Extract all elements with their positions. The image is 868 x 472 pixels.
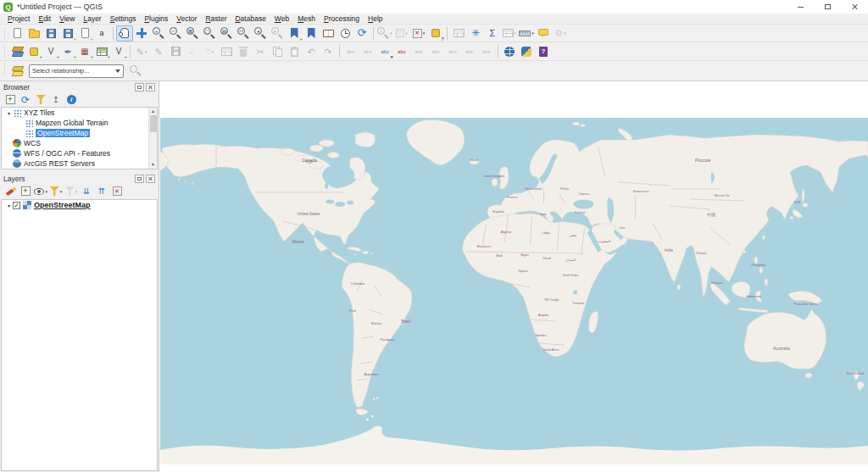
open-project-button[interactable] xyxy=(25,25,42,42)
menu-raster[interactable]: Raster xyxy=(201,14,231,23)
layer-item-openstreetmap[interactable]: ▾✓OpenStreetMap xyxy=(2,200,157,210)
python-console-button[interactable] xyxy=(518,43,535,59)
temporal-controller-button[interactable] xyxy=(337,25,353,42)
new-spatial-bookmark-button[interactable]: + xyxy=(286,25,303,42)
expander-icon[interactable]: ▾ xyxy=(5,203,13,208)
qgis-logo-icon: Q xyxy=(3,3,13,12)
browser-item-openstreetmap[interactable]: OpenStreetMap xyxy=(2,128,157,138)
map-label: New Zealand xyxy=(847,372,865,375)
close-button[interactable] xyxy=(841,0,868,14)
scrollbar-thumb[interactable] xyxy=(150,115,157,132)
toolbar-grip[interactable] xyxy=(3,27,6,39)
refresh-map-button[interactable]: ⟳ xyxy=(353,25,370,42)
browser-item-wcs[interactable]: WCS xyxy=(2,138,157,148)
collapse-all-layers-button[interactable]: ⇈ xyxy=(94,185,109,198)
pan-to-selection-button[interactable] xyxy=(133,25,150,42)
select-by-form-button[interactable]: ? xyxy=(427,25,444,42)
world-map[interactable]: CanadaUnited StatesMexicoColombiaPerúBol… xyxy=(160,118,868,464)
menu-help[interactable]: Help xyxy=(364,14,387,23)
measure-button[interactable]: ▾ xyxy=(518,25,535,42)
collapse-all-button[interactable]: ↥ xyxy=(48,93,64,107)
menu-database[interactable]: Database xyxy=(231,14,270,23)
open-data-source-manager-button[interactable] xyxy=(8,43,25,59)
zoom-full-extent-button[interactable]: ⊞ xyxy=(184,25,201,42)
browser-item-arcgis-rest-servers[interactable]: ArcGIS REST Servers xyxy=(2,158,157,169)
menu-layer[interactable]: Layer xyxy=(79,14,105,23)
menu-view[interactable]: View xyxy=(55,14,79,23)
refresh-browser-button[interactable]: ⟳ xyxy=(18,93,33,107)
browser-float-button[interactable] xyxy=(135,83,144,92)
new-print-layout-button[interactable]: + xyxy=(76,25,93,42)
restore-button[interactable] xyxy=(814,0,841,14)
add-group-button[interactable]: + xyxy=(18,185,33,198)
manage-map-themes-button[interactable]: ▾ xyxy=(33,185,48,198)
map-canvas[interactable]: CanadaUnited StatesMexicoColombiaPerúBol… xyxy=(160,81,868,472)
zoom-out-button[interactable]: − xyxy=(167,25,184,42)
menu-project[interactable]: Project xyxy=(3,14,34,23)
deselect-features-button[interactable]: ✕▾ xyxy=(410,25,427,42)
processing-toolbox-button[interactable]: ✳ xyxy=(467,25,484,42)
metasearch-button[interactable] xyxy=(501,43,518,59)
open-data-source-manager-icon xyxy=(11,46,23,57)
browser-scrollbar[interactable]: ▲ ▼ xyxy=(148,108,157,169)
toolbar-grip[interactable] xyxy=(3,46,6,58)
relationship-layers-icon[interactable] xyxy=(8,63,25,79)
zoom-to-layer-button[interactable]: ▤ xyxy=(218,25,235,42)
cut-features-button: ✂ xyxy=(252,43,269,59)
expand-all-layers-button[interactable]: ⇊ xyxy=(79,185,94,198)
new-geopackage-layer-button[interactable]: + xyxy=(25,43,42,59)
show-style-manager-button[interactable]: a xyxy=(93,25,110,42)
layers-float-button[interactable] xyxy=(135,175,144,183)
annotation-tools-icon: ⚙ xyxy=(554,29,563,37)
browser-item-wfs-ogc-api-features[interactable]: WFS / OGC API - Features xyxy=(2,148,157,158)
add-selected-layers-button[interactable]: + xyxy=(3,93,18,107)
new-virtual-layer-button[interactable]: V+ xyxy=(110,43,127,59)
help-contents-button[interactable]: ? xyxy=(535,43,552,59)
zoom-in-button[interactable]: + xyxy=(150,25,167,42)
minimize-button[interactable] xyxy=(787,0,814,14)
menu-mesh[interactable]: Mesh xyxy=(293,14,320,23)
browser-close-button[interactable] xyxy=(146,83,155,92)
menu-plugins[interactable]: Plugins xyxy=(140,14,172,23)
menu-edit[interactable]: Edit xyxy=(34,14,55,23)
expander-icon[interactable]: ▾ xyxy=(5,110,13,116)
browser-toolbar: +⟳↥i xyxy=(0,92,159,107)
map-tips-button[interactable] xyxy=(535,25,552,42)
browser-properties-button[interactable]: i xyxy=(64,93,79,107)
new-shapefile-layer-button[interactable]: V+ xyxy=(42,43,59,59)
zoom-to-selection-button[interactable]: ▢ xyxy=(201,25,218,42)
toolbar-grip[interactable] xyxy=(3,63,6,75)
map-label: Niger xyxy=(520,253,529,258)
save-project-icon xyxy=(47,29,56,38)
menu-web[interactable]: Web xyxy=(270,14,293,23)
save-project-as-button[interactable]: + xyxy=(59,25,76,42)
pin-unpin-labels-button[interactable]: abc● xyxy=(376,43,393,59)
relationship-select[interactable]: Select relationship... xyxy=(29,64,124,78)
zoom-to-layer-icon: ▤ xyxy=(220,27,232,39)
show-bookmark-manager-button[interactable] xyxy=(320,25,337,42)
zoom-native-resolution-button[interactable]: 1:1 xyxy=(235,25,252,42)
pan-map-button[interactable] xyxy=(116,25,133,42)
new-spatialite-layer-button[interactable]: ✒+ xyxy=(59,43,76,59)
menu-vector[interactable]: Vector xyxy=(172,14,201,23)
open-layer-styling-panel-button[interactable] xyxy=(3,185,18,198)
zoom-last-button[interactable]: ◂ xyxy=(252,25,269,42)
remove-layer-button[interactable]: ✕ xyxy=(109,185,125,198)
menu-processing[interactable]: Processing xyxy=(320,14,364,23)
menu-settings[interactable]: Settings xyxy=(106,14,141,23)
browser-item-xyz-tiles[interactable]: ▾XYZ Tiles xyxy=(2,108,157,118)
show-spatial-bookmarks-button[interactable] xyxy=(303,25,320,42)
highlight-pinned-labels-button[interactable]: abc xyxy=(393,43,410,59)
layer-checkbox[interactable]: ✓ xyxy=(13,202,20,209)
layers-close-button[interactable] xyxy=(146,175,155,183)
map-label: Argentina xyxy=(364,373,378,377)
browser-item-mapzen-global-terrain[interactable]: Mapzen Global Terrain xyxy=(2,118,157,128)
new-temporary-scratch-layer-button[interactable]: ▦+ xyxy=(76,43,93,59)
new-project-button[interactable] xyxy=(8,25,25,42)
new-mesh-layer-button[interactable]: + xyxy=(93,43,110,59)
filter-browser-button[interactable] xyxy=(33,93,48,107)
statistical-summary-button[interactable]: Σ xyxy=(484,25,501,42)
annotation-tools-button: ⚙▾ xyxy=(552,25,569,42)
save-project-button[interactable] xyxy=(42,25,59,42)
filter-legend-button[interactable]: ▾ xyxy=(48,185,64,198)
